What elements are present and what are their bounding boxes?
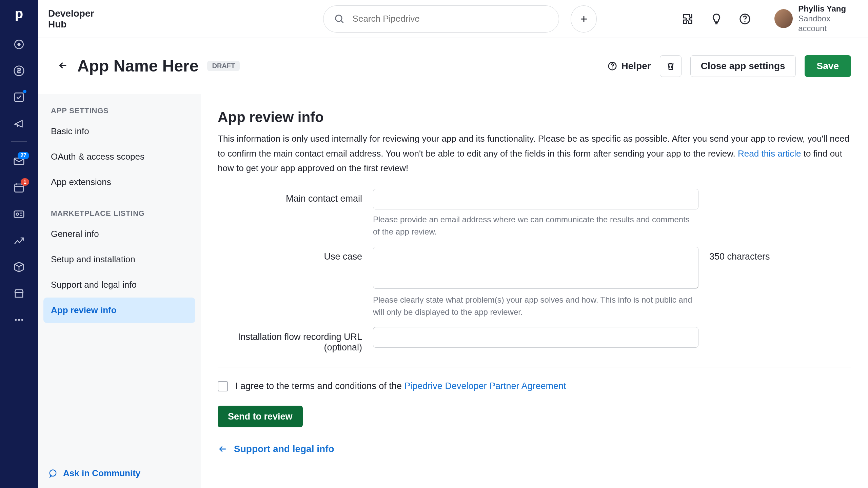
- nav-marketplace-icon[interactable]: [12, 287, 26, 300]
- nav-deals-icon[interactable]: [12, 64, 26, 78]
- svg-point-1: [17, 43, 21, 46]
- terms-row: I agree to the terms and conditions of t…: [218, 381, 851, 391]
- vertical-nav: p 27 1: [0, 0, 38, 488]
- svg-rect-5: [15, 184, 23, 192]
- nav-more-icon[interactable]: [12, 313, 26, 327]
- sidebar-item-general-info[interactable]: General info: [43, 221, 195, 247]
- puzzle-icon[interactable]: [682, 13, 694, 25]
- help-circle-icon: [607, 61, 617, 71]
- nav-insights-icon[interactable]: [12, 234, 26, 247]
- content-area: App review info This information is only…: [201, 94, 868, 488]
- svg-point-11: [335, 15, 341, 21]
- sidebar-item-setup[interactable]: Setup and installation: [43, 247, 195, 272]
- sidebar-item-app-review[interactable]: App review info: [43, 298, 195, 323]
- user-menu[interactable]: Phyllis Yang Sandbox account: [766, 4, 859, 33]
- page-description: This information is only used internally…: [218, 131, 851, 176]
- search-box[interactable]: [323, 5, 559, 33]
- settings-sidebar: APP SETTINGS Basic info OAuth & access s…: [38, 94, 201, 488]
- close-settings-button[interactable]: Close app settings: [690, 55, 796, 77]
- search-input[interactable]: [353, 14, 549, 24]
- notification-dot-icon: [23, 90, 26, 93]
- avatar: [774, 9, 793, 28]
- install-url-label: Installation flow recording URL (optiona…: [218, 327, 362, 353]
- divider: [218, 367, 851, 367]
- bulb-icon[interactable]: [710, 13, 723, 25]
- sidebar-section-app-settings: APP SETTINGS: [43, 106, 195, 119]
- svg-point-13: [745, 21, 746, 22]
- email-help: Please provide an email address where we…: [373, 214, 698, 238]
- send-to-review-button[interactable]: Send to review: [218, 406, 303, 427]
- logo-icon[interactable]: p: [15, 6, 23, 21]
- read-article-link[interactable]: Read this article: [738, 148, 801, 159]
- terms-checkbox[interactable]: [218, 381, 228, 391]
- install-url-input[interactable]: [373, 327, 698, 348]
- ask-community-label: Ask in Community: [63, 468, 140, 479]
- prev-step-link[interactable]: Support and legal info: [218, 444, 851, 454]
- delete-button[interactable]: [660, 55, 682, 77]
- add-button[interactable]: [571, 5, 597, 33]
- nav-separator: [11, 141, 27, 142]
- usecase-help: Please clearly state what problem(s) you…: [373, 294, 698, 318]
- plus-icon: [579, 14, 589, 24]
- save-button[interactable]: Save: [805, 55, 851, 77]
- usecase-label: Use case: [218, 247, 362, 262]
- email-input[interactable]: [373, 189, 698, 209]
- sidebar-item-oauth[interactable]: OAuth & access scopes: [43, 144, 195, 169]
- main-region: Developer Hub Phyllis Yang Sandbox accou…: [38, 0, 868, 488]
- terms-text: I agree to the terms and conditions of t…: [235, 381, 404, 391]
- arrow-left-icon: [58, 60, 68, 71]
- usecase-textarea[interactable]: [373, 247, 698, 289]
- prev-step-label: Support and legal info: [234, 444, 334, 454]
- sidebar-section-marketplace: MARKETPLACE LISTING: [43, 209, 195, 221]
- nav-target-icon[interactable]: [12, 38, 26, 51]
- nav-calendar-icon[interactable]: 1: [12, 181, 26, 195]
- chat-icon: [48, 469, 58, 478]
- nav-projects-icon[interactable]: [12, 90, 26, 104]
- user-role: Sandbox account: [798, 14, 859, 34]
- help-icon[interactable]: [738, 13, 751, 25]
- topbar: Developer Hub Phyllis Yang Sandbox accou…: [38, 0, 868, 38]
- hub-title: Developer Hub: [48, 8, 113, 30]
- user-name: Phyllis Yang: [798, 4, 859, 14]
- sidebar-item-basic-info[interactable]: Basic info: [43, 119, 195, 144]
- nav-products-icon[interactable]: [12, 260, 26, 274]
- page-header: App Name Here DRAFT Helper Close app set…: [38, 38, 868, 94]
- svg-point-8: [15, 319, 17, 321]
- helper-label: Helper: [622, 61, 651, 72]
- nav-contacts-icon[interactable]: [12, 207, 26, 221]
- ask-community-link[interactable]: Ask in Community: [48, 468, 140, 479]
- search-icon: [334, 13, 345, 25]
- trash-icon: [666, 61, 676, 71]
- app-title: App Name Here: [77, 57, 198, 75]
- mail-badge: 27: [18, 152, 29, 159]
- back-button[interactable]: [58, 60, 68, 72]
- svg-point-15: [612, 67, 612, 68]
- helper-button[interactable]: Helper: [607, 61, 651, 72]
- top-utility-icons: [682, 13, 751, 25]
- nav-mail-icon[interactable]: 27: [12, 155, 26, 168]
- page-title: App review info: [218, 109, 851, 125]
- svg-point-10: [21, 319, 23, 321]
- svg-point-7: [16, 213, 19, 216]
- usecase-counter: 350 characters: [709, 247, 770, 262]
- sidebar-item-support-legal[interactable]: Support and legal info: [43, 272, 195, 298]
- sidebar-item-extensions[interactable]: App extensions: [43, 169, 195, 195]
- calendar-badge: 1: [21, 178, 29, 186]
- terms-link[interactable]: Pipedrive Developer Partner Agreement: [404, 381, 566, 391]
- email-label: Main contact email: [218, 189, 362, 204]
- nav-campaigns-icon[interactable]: [12, 117, 26, 130]
- arrow-left-icon: [218, 444, 228, 454]
- status-badge: DRAFT: [207, 61, 240, 71]
- svg-point-9: [18, 319, 20, 321]
